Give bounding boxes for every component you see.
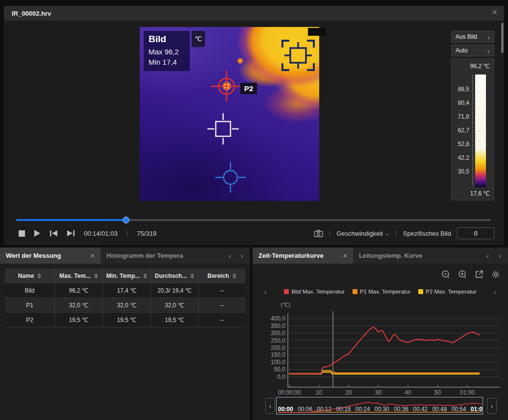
minimap-time-label: 00:48 — [432, 406, 447, 413]
column-header-max[interactable]: Max. Tem... — [55, 269, 103, 283]
thermal-image[interactable]: Bild Max 96,2 Min 17,4 ℃ P2 — [140, 27, 319, 201]
bracket-target-marker[interactable] — [282, 41, 314, 70]
zoom-out-icon[interactable] — [441, 270, 450, 279]
minimap-time-label: 00:00 — [278, 406, 293, 413]
colorbar-ruler — [472, 75, 473, 186]
chevron-down-icon: ⌄ — [385, 230, 389, 237]
chart-panel: Zeit-Temperaturkurve × Leitungstemp. Kur… — [253, 247, 508, 420]
scale-mode-dropdown-label: Auto — [456, 47, 468, 54]
snapshot-camera-button[interactable] — [314, 230, 323, 237]
minimap-scrubber[interactable]: 00:0000:0600:1200:1800:2400:3000:3600:42… — [276, 397, 483, 415]
p2-point-marker[interactable] — [211, 71, 242, 102]
seek-handle[interactable] — [123, 217, 129, 223]
cell-name: Bild — [5, 283, 55, 297]
next-frame-button[interactable] — [67, 230, 75, 237]
colorbar-tick: 88,5 — [458, 86, 469, 93]
previous-frame-button[interactable] — [50, 230, 58, 237]
tab-label: Zeit-Temperaturkurve — [258, 252, 324, 259]
minimap-scroll-left[interactable]: ‹ — [265, 398, 275, 414]
right-tabbar: Zeit-Temperaturkurve × Leitungstemp. Kur… — [253, 247, 508, 264]
sort-icon[interactable] — [143, 273, 147, 278]
minimap-scroll-right[interactable]: › — [487, 398, 497, 414]
close-icon[interactable]: × — [90, 251, 95, 260]
tab-scroll-left-icon[interactable]: ‹ — [229, 251, 231, 260]
table-row[interactable]: P1 32,0 ℃ 32,0 ℃ 32,0 ℃ -- — [5, 298, 245, 313]
column-header-label: Durchsch... — [155, 272, 187, 279]
tab-scroll-right-icon[interactable]: › — [499, 251, 501, 260]
legend-scroll-right-icon[interactable]: › — [494, 288, 496, 296]
column-header-name[interactable]: Name — [5, 269, 55, 283]
cell-name: P2 — [5, 313, 55, 327]
sort-icon[interactable] — [94, 273, 98, 278]
column-header-label: Max. Tem... — [59, 272, 91, 279]
minimap-time-label: 00:54 — [452, 406, 466, 413]
specific-frame-input[interactable] — [457, 227, 494, 239]
divider: | — [395, 229, 397, 237]
svg-text:01:00: 01:00 — [460, 389, 475, 396]
minimap-time-label: 00:24 — [356, 406, 370, 413]
scale-mode-dropdown[interactable]: Auto › — [451, 45, 494, 56]
svg-text:300,0: 300,0 — [271, 330, 285, 337]
cell-avg: 20,3/ 19,4 ℃ — [151, 283, 199, 297]
sort-icon[interactable] — [37, 273, 41, 278]
zoom-in-icon[interactable] — [458, 270, 467, 279]
play-button[interactable] — [34, 229, 41, 237]
palette-dropdown[interactable]: Aus Bild › — [451, 31, 494, 43]
circle-marker[interactable] — [215, 162, 246, 193]
close-icon[interactable]: × — [343, 251, 347, 260]
sort-icon[interactable] — [190, 273, 194, 278]
column-header-avg[interactable]: Durchsch... — [151, 269, 199, 283]
sort-icon[interactable] — [232, 273, 236, 278]
cell-bereich: -- — [199, 313, 245, 327]
column-header-label: Name — [18, 272, 34, 279]
legend-item-p2[interactable]: P2 Max. Temperatur — [418, 289, 476, 295]
column-header-bereich[interactable]: Bereich — [199, 269, 245, 283]
seek-bar[interactable] — [16, 217, 491, 223]
table-row[interactable]: Bild 96,2 ℃ 17,4 ℃ 20,3/ 19,4 ℃ -- — [5, 283, 245, 298]
chart-toolbar — [441, 270, 500, 279]
tab-label: Leitungstemp. Kurve — [359, 252, 422, 259]
svg-text:40: 40 — [405, 389, 411, 396]
svg-text:400,0: 400,0 — [271, 315, 285, 322]
chevron-right-icon: › — [487, 33, 490, 41]
legend-item-bild[interactable]: Bild Max. Temperatur — [284, 289, 344, 295]
minimap-time-labels: 00:0000:0600:1200:1800:2400:3000:3600:42… — [278, 406, 483, 413]
speed-dropdown[interactable]: Geschwindigkeit ⌄ — [336, 230, 389, 237]
column-header-min[interactable]: Min. Temp... — [103, 269, 151, 283]
settings-gear-icon[interactable] — [491, 270, 500, 279]
tab-zeit-temperaturkurve[interactable]: Zeit-Temperaturkurve × — [253, 247, 353, 264]
colorbar-tick: 52,8 — [458, 141, 469, 148]
p2-label: P2 — [240, 83, 257, 94]
frame-indicator: 75/319 — [137, 230, 156, 237]
overlay-title: Bild — [149, 34, 185, 45]
palette-dropdown-label: Aus Bild — [456, 33, 477, 40]
app-root: IR_00002.hrv × — [0, 0, 508, 420]
svg-text:00:00:00: 00:00:00 — [278, 389, 301, 396]
overlay-min: Min 17,4 — [149, 57, 185, 67]
temperature-chart[interactable]: 0,050,0100,0150,0200,0250,0300,0350,0400… — [257, 299, 503, 397]
legend-swatch-orange — [353, 289, 357, 294]
tab-scroll-left-icon[interactable]: ‹ — [486, 251, 489, 260]
close-icon[interactable]: × — [492, 7, 497, 18]
svg-text:50,0: 50,0 — [274, 366, 286, 373]
svg-text:10: 10 — [316, 389, 323, 396]
square-marker[interactable] — [207, 113, 239, 145]
colorbar-gradient[interactable] — [475, 74, 486, 187]
minimap-time-label: 00:30 — [375, 406, 389, 413]
table-row[interactable]: P2 19,5 ℃ 19,5 ℃ 19,5 ℃ -- — [5, 313, 245, 327]
export-icon[interactable] — [475, 270, 483, 279]
legend-swatch-red — [284, 289, 289, 294]
column-header-label: Min. Temp... — [106, 272, 140, 279]
svg-text:20: 20 — [345, 389, 352, 396]
tab-scroll-right-icon[interactable]: › — [241, 251, 243, 260]
legend-item-p1[interactable]: P1 Max. Temperatur — [353, 289, 410, 295]
colorbar-tick: 80,4 — [458, 99, 469, 106]
svg-text:(℃): (℃) — [280, 302, 290, 308]
minimap-time-label: 00:36 — [394, 406, 408, 413]
tab-wert-der-messung[interactable]: Wert der Messung × — [0, 247, 101, 264]
cell-bereich: -- — [199, 298, 245, 312]
stop-button[interactable] — [19, 230, 25, 237]
tab-histogramm[interactable]: Histogramm der Tempera — [101, 247, 186, 264]
tab-leitungstemp-kurve[interactable]: Leitungstemp. Kurve — [353, 247, 428, 264]
scrollbar-thumb[interactable] — [501, 23, 504, 53]
